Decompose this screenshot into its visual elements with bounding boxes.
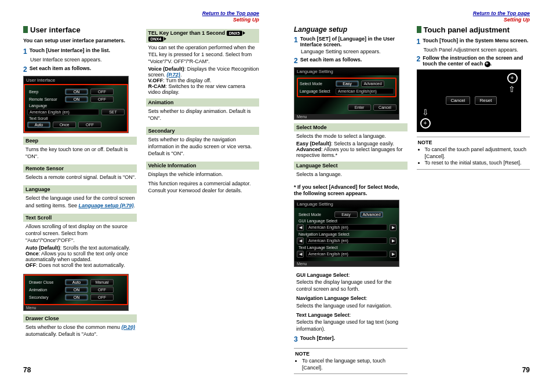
text-lang-value: American English (en) [306, 251, 387, 257]
left-columns: User interface You can setup user interf… [23, 25, 259, 339]
anim-off-button: OFF [90, 287, 114, 293]
setup-label: Setting Up [504, 17, 530, 23]
target-top-right-icon [507, 73, 518, 83]
next-icon: ▶ [390, 237, 396, 244]
next-icon: ▶ [390, 251, 396, 258]
screenshot-body: Beep ON OFF Remote Sensor ON OFF Languag… [24, 84, 128, 133]
step-text: Set each item as follows. [30, 65, 92, 74]
ui-intro: You can setup user interface parameters. [23, 38, 137, 45]
screenshot-language-setting: Language Setting Select Mode Easy Advanc… [294, 67, 399, 120]
p72-link[interactable]: (P.72) [167, 72, 180, 78]
drawer-auto-button: Auto [65, 279, 88, 285]
arrow-down-icon: ⇩ [422, 108, 429, 117]
text-once-button: Once [53, 122, 76, 128]
tel-rcam-def: R-CAM: Switches to the rear view camera … [146, 83, 260, 95]
advanced-note: * If you select [Advanced] for Select Mo… [294, 184, 408, 197]
item-text-scroll: Text Scroll [23, 214, 137, 222]
note-lang: NOTE To cancel the language setup, touch… [294, 348, 408, 374]
return-link[interactable]: Return to the Top page [473, 10, 530, 16]
text-lang-block: Text Language Select:Selects the languag… [294, 310, 408, 334]
touch-step1-desc: Touch Panel Adjustment screen appears. [424, 47, 530, 54]
beep-on-button: ON [65, 89, 88, 95]
heading-language-setup: Language setup [294, 25, 408, 34]
item-drawer-close: Drawer Close [23, 314, 137, 323]
item-language: Language [23, 185, 137, 193]
touch-step1: 1 Touch [Touch] in the System Menu scree… [417, 38, 530, 46]
text-auto-button: Auto [27, 122, 50, 128]
mode-easy-button: Easy [336, 80, 359, 87]
screenshot-language-advanced: Language Setting Select Mode Easy Advanc… [294, 200, 399, 267]
page-number-right: 79 [522, 366, 530, 374]
screenshot-user-interface-2: Drawer Close Auto Manual Animation ON OF… [23, 274, 129, 311]
cancel-button: Cancel [373, 104, 396, 111]
vi-desc2: This function requires a commercial adap… [146, 179, 260, 195]
screenshot-body: Drawer Close Auto Manual Animation ON OF… [24, 274, 128, 305]
lang-step3: 3 Touch [Enter]. [294, 335, 408, 343]
screenshot-title: Language Setting [294, 200, 399, 208]
page-left: Return to the Top page Setting Up User i… [0, 0, 276, 383]
sec-desc: Sets whether to display the navigation i… [146, 135, 260, 158]
step-text: Touch [Enter]. [300, 335, 335, 343]
step-number: 3 [294, 335, 298, 343]
prev-icon: ◀ [297, 237, 304, 244]
remote-on-button: ON [65, 96, 88, 102]
lang-value: American English(en) [336, 88, 394, 94]
gui-lang-block: GUI Language Select:Selects the display … [294, 270, 408, 294]
mode-easy-def: Easy (Default): Selects a language easil… [294, 141, 408, 146]
lang-set-button: SET [101, 109, 125, 115]
screenshot-title: User Interface [24, 76, 128, 84]
step-text: Touch [SET] of [Language] in the User In… [300, 36, 408, 47]
item-language-desc: Select the language used for the control… [23, 193, 137, 210]
p20-link[interactable]: (P.20) [122, 324, 135, 330]
col-ui-left: User interface You can setup user interf… [23, 25, 137, 339]
cancel-button: Cancel [446, 96, 471, 105]
tel-desc: You can set the operation performed when… [146, 43, 260, 66]
item-language-select: Language Select [294, 162, 408, 170]
ui-step2: 2 Set each item as follows. [23, 65, 137, 74]
highlight-area: Select Mode Easy Advanced Language Selec… [297, 78, 396, 97]
mode-advanced-button: Advanced [361, 80, 384, 87]
note-item: To cancel the language setup, touch [Can… [302, 358, 406, 371]
lang-value: American English (en) [27, 109, 99, 115]
beep-off-button: OFF [90, 89, 114, 95]
lang-step2: 2 Set each item as follows. [294, 57, 408, 65]
item-text-scroll-desc: Allows scrolling of text display on the … [23, 222, 137, 245]
menu-label: Menu [24, 305, 128, 310]
vi-desc1: Displays the vehicle information. [146, 170, 260, 179]
drawer-manual-button: Manual [90, 279, 114, 285]
reset-button: Reset [475, 96, 497, 105]
sec-on-button: ON [65, 294, 88, 301]
target-bottom-left-icon [420, 118, 431, 129]
note-item: To reset to the initial status, touch [R… [425, 160, 529, 167]
dnx4-badge: DNX4 [148, 36, 164, 42]
heading-touch-panel: Touch panel adjustment [417, 25, 530, 34]
gui-lang-value: American English (en) [306, 224, 387, 230]
nav-lang-block: Navigation Language Select:Selects the l… [294, 294, 408, 310]
row-label: Language [27, 104, 63, 108]
col-lang: Language setup 1 Touch [SET] of [Languag… [294, 25, 408, 375]
tel-voice-def: Voice (Default): Displays the Voice Reco… [146, 66, 260, 78]
lang-step1: 1 Touch [SET] of [Language] in the User … [294, 36, 408, 47]
row-label: Text Language Select [297, 246, 337, 250]
lsel-desc: Selects a language. [294, 170, 408, 179]
return-link[interactable]: Return to the Top page [202, 10, 259, 16]
ui-step1-desc: User Interface screen appears. [30, 57, 137, 64]
prev-icon: ◀ [297, 251, 304, 258]
row-label: Animation [27, 288, 63, 292]
row-label: Drawer Close [27, 280, 63, 284]
mode-easy-button: Easy [334, 211, 358, 218]
header-links: Return to the Top page Setting Up [294, 10, 530, 23]
next-icon: ▶ [390, 224, 396, 231]
step-text: Set each item as follows. [300, 57, 362, 65]
row-label: Language Select [298, 89, 333, 93]
item-remote: Remote Sensor [23, 164, 137, 173]
row-label: Text Scroll [27, 116, 63, 120]
row-label: Select Mode [297, 213, 332, 217]
note-title: NOTE [295, 351, 406, 357]
mode-advanced-button: Advanced [360, 211, 383, 218]
language-setup-link[interactable]: Language setup (P.79) [79, 203, 134, 208]
item-vehicle-info: Vehicle Information [146, 162, 260, 170]
text-off-button: OFF [78, 122, 101, 128]
item-beep-desc: Turns the key touch tone on or off. Defa… [23, 145, 137, 161]
header-links: Return to the Top page Setting Up [23, 10, 259, 23]
